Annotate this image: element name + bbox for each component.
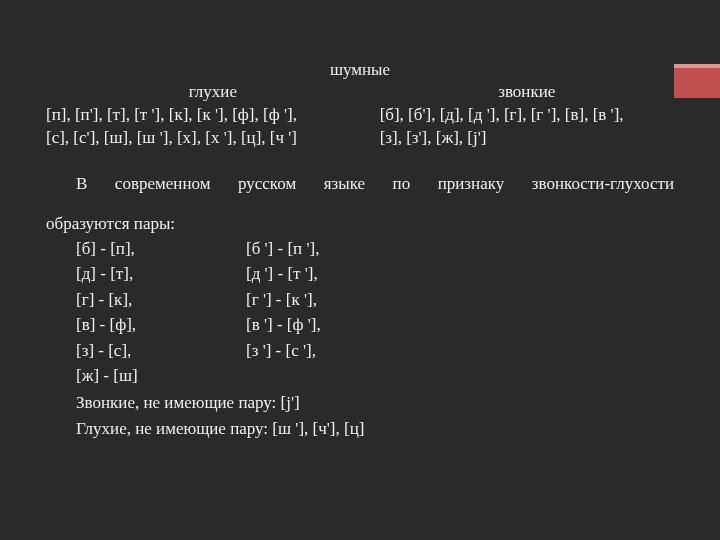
voiceless-lines: [п], [п'], [т], [т '], [к], [к '], [ф], … <box>46 104 380 150</box>
pair-a: [в] - [ф], <box>46 312 246 338</box>
pair-a: [з] - [с], <box>46 338 246 364</box>
column-voiced: звонкие [б], [б'], [д], [д '], [г], [г '… <box>380 82 674 150</box>
trailing-line-2: Глухие, не имеющие пару: [ш '], [ч'], [ц… <box>46 416 674 442</box>
pair-a: [б] - [п], <box>46 236 246 262</box>
pair-row: [г] - [к], [г '] - [к '], <box>46 287 674 313</box>
columns: глухие [п], [п'], [т], [т '], [к], [к ']… <box>46 82 674 150</box>
pair-a: [ж] - [ш] <box>46 363 246 389</box>
pair-row: [д] - [т], [д '] - [т '], <box>46 261 674 287</box>
corner-accent <box>674 64 720 98</box>
heading-voiceless: глухие <box>46 82 380 102</box>
voiceless-line-2: [с], [с'], [ш], [ш '], [х], [х '], [ц], … <box>46 127 380 150</box>
pair-b: [д '] - [т '], <box>246 261 446 287</box>
voiced-line-2: [з], [з'], [ж], [j'] <box>380 127 674 150</box>
pair-b <box>246 363 446 389</box>
voiceless-line-1: [п], [п'], [т], [т '], [к], [к '], [ф], … <box>46 104 380 127</box>
pair-b: [з '] - [с '], <box>246 338 446 364</box>
voiced-line-1: [б], [б'], [д], [д '], [г], [г '], [в], … <box>380 104 674 127</box>
paragraph-lead: В современном русском языке по признаку … <box>46 174 674 214</box>
pair-b: [в '] - [ф '], <box>246 312 446 338</box>
trailing-line-1: Звонкие, не имеющие пару: [j'] <box>46 390 674 416</box>
heading-voiced: звонкие <box>380 82 674 102</box>
pair-a: [г] - [к], <box>46 287 246 313</box>
paragraph: В современном русском языке по признаку … <box>46 174 674 234</box>
pair-b: [г '] - [к '], <box>246 287 446 313</box>
column-voiceless: глухие [п], [п'], [т], [т '], [к], [к ']… <box>46 82 380 150</box>
pair-row: [з] - [с], [з '] - [с '], <box>46 338 674 364</box>
paragraph-tail: образуются пары: <box>46 214 674 234</box>
voiced-lines: [б], [б'], [д], [д '], [г], [г '], [в], … <box>380 104 674 150</box>
pair-row: [ж] - [ш] <box>46 363 674 389</box>
pair-row: [в] - [ф], [в '] - [ф '], <box>46 312 674 338</box>
heading-noisy: шумные <box>46 60 674 80</box>
pair-b: [б '] - [п '], <box>246 236 446 262</box>
pairs-table: [б] - [п], [б '] - [п '], [д] - [т], [д … <box>46 236 674 389</box>
pair-row: [б] - [п], [б '] - [п '], <box>46 236 674 262</box>
slide: шумные глухие [п], [п'], [т], [т '], [к]… <box>0 0 720 540</box>
pair-a: [д] - [т], <box>46 261 246 287</box>
